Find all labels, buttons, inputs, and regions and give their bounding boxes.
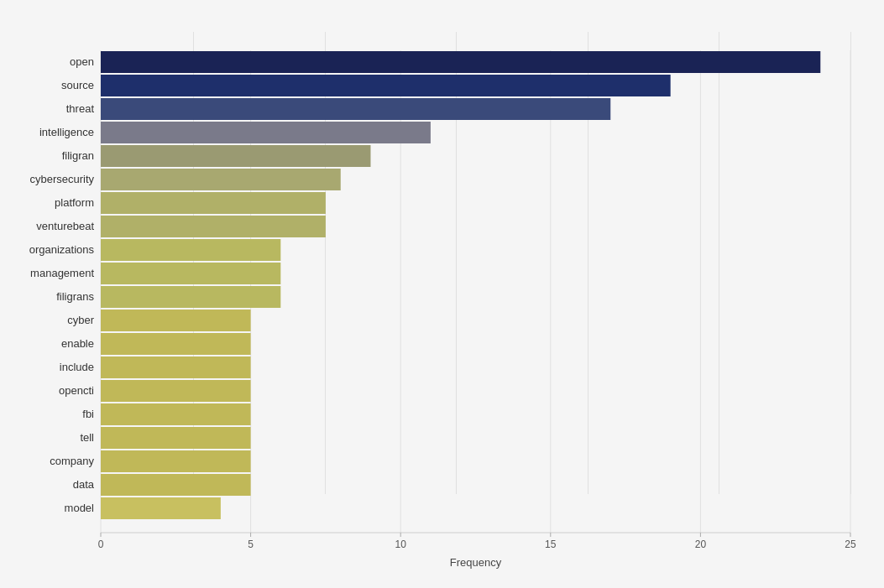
bar-label-management: management (30, 267, 94, 279)
x-tick-label-5: 5 (248, 539, 254, 550)
bar-label-threat: threat (66, 102, 95, 115)
bar-enable (101, 333, 251, 355)
bar-label-filigran: filigran (62, 149, 94, 162)
bar-source (101, 75, 671, 96)
bar-management (101, 263, 280, 284)
bar-open (101, 51, 820, 73)
bar-fbi (101, 403, 251, 425)
bar-tell (101, 427, 251, 449)
bar-label-fbi: fbi (82, 408, 94, 420)
x-tick-label-25: 25 (845, 539, 856, 550)
x-axis-label: Frequency (450, 556, 502, 569)
bar-model (101, 497, 221, 519)
chart-container: opensourcethreatintelligencefiligrancybe… (0, 0, 884, 588)
bar-label-model: model (65, 502, 95, 514)
x-tick-label-15: 15 (545, 539, 557, 550)
x-tick-label-0: 0 (98, 539, 104, 550)
bar-platform (101, 192, 326, 214)
bar-label-platform: platform (55, 196, 94, 209)
bar-label-opencti: opencti (59, 384, 94, 397)
bar-label-cyber: cyber (67, 314, 94, 326)
bar-label-filigrans: filigrans (56, 290, 94, 303)
bar-label-source: source (61, 79, 94, 91)
bar-label-venturebeat: venturebeat (36, 220, 94, 232)
bar-include (101, 356, 251, 378)
bar-label-company: company (50, 455, 94, 467)
bar-label-tell: tell (80, 431, 94, 444)
bar-company (101, 450, 251, 472)
bar-threat (101, 98, 610, 120)
bar-label-cybersecurity: cybersecurity (29, 173, 94, 185)
x-tick-label-10: 10 (395, 539, 407, 550)
bar-opencti (101, 380, 251, 402)
bar-label-enable: enable (61, 337, 94, 350)
bar-label-data: data (73, 478, 95, 491)
bar-label-open: open (70, 55, 94, 68)
bar-intelligence (101, 122, 431, 143)
bar-filigrans (101, 286, 280, 308)
x-tick-label-20: 20 (695, 539, 707, 550)
bar-filigran (101, 145, 370, 167)
bar-data (101, 474, 251, 496)
bar-cybersecurity (101, 169, 341, 190)
bar-label-organizations: organizations (29, 243, 95, 256)
bar-label-include: include (60, 361, 94, 373)
bar-venturebeat (101, 216, 326, 237)
bar-organizations (101, 239, 280, 261)
bar-label-intelligence: intelligence (39, 126, 94, 138)
bar-chart-svg: opensourcethreatintelligencefiligrancybe… (0, 42, 884, 588)
bar-cyber (101, 310, 251, 331)
